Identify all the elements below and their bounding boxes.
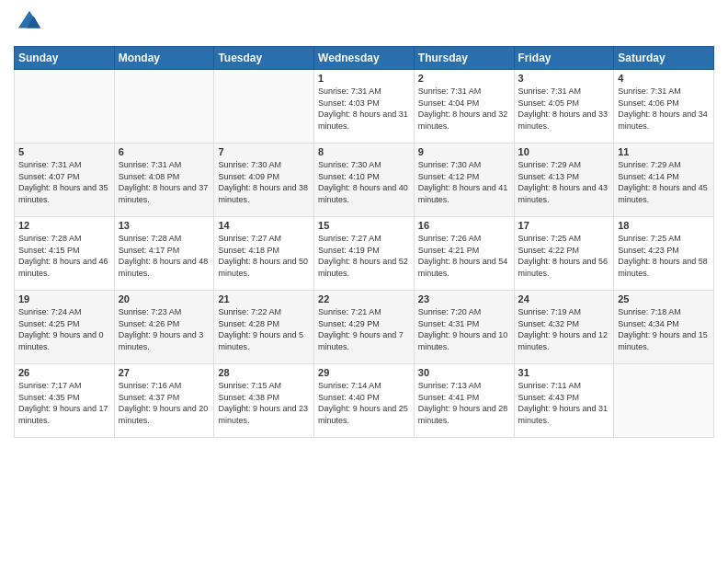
- weekday-header-tuesday: Tuesday: [214, 47, 314, 70]
- day-info: Sunrise: 7:15 AM Sunset: 4:38 PM Dayligh…: [218, 380, 310, 426]
- weekday-header-thursday: Thursday: [414, 47, 514, 70]
- calendar-cell: 4Sunrise: 7:31 AM Sunset: 4:06 PM Daylig…: [614, 70, 714, 144]
- day-info: Sunrise: 7:31 AM Sunset: 4:03 PM Dayligh…: [318, 86, 410, 132]
- day-number: 12: [18, 220, 110, 231]
- calendar-cell: 20Sunrise: 7:23 AM Sunset: 4:26 PM Dayli…: [114, 291, 214, 364]
- calendar-cell: 13Sunrise: 7:28 AM Sunset: 4:17 PM Dayli…: [114, 217, 214, 291]
- day-number: 7: [218, 146, 310, 157]
- weekday-header-saturday: Saturday: [614, 47, 714, 70]
- calendar-cell: 2Sunrise: 7:31 AM Sunset: 4:04 PM Daylig…: [414, 70, 514, 144]
- calendar-cell: [15, 70, 115, 144]
- day-number: 1: [318, 73, 410, 84]
- calendar-cell: 29Sunrise: 7:14 AM Sunset: 4:40 PM Dayli…: [314, 364, 415, 438]
- calendar-week-5: 26Sunrise: 7:17 AM Sunset: 4:35 PM Dayli…: [15, 364, 714, 438]
- calendar-cell: 24Sunrise: 7:19 AM Sunset: 4:32 PM Dayli…: [514, 291, 614, 364]
- day-info: Sunrise: 7:14 AM Sunset: 4:40 PM Dayligh…: [318, 380, 410, 426]
- day-number: 4: [618, 73, 710, 84]
- day-info: Sunrise: 7:24 AM Sunset: 4:25 PM Dayligh…: [18, 306, 110, 352]
- calendar-week-1: 1Sunrise: 7:31 AM Sunset: 4:03 PM Daylig…: [15, 70, 714, 144]
- day-info: Sunrise: 7:23 AM Sunset: 4:26 PM Dayligh…: [119, 306, 210, 352]
- day-info: Sunrise: 7:18 AM Sunset: 4:34 PM Dayligh…: [618, 306, 710, 352]
- day-number: 13: [119, 220, 210, 231]
- day-number: 20: [119, 293, 210, 304]
- day-info: Sunrise: 7:31 AM Sunset: 4:08 PM Dayligh…: [119, 159, 210, 205]
- day-info: Sunrise: 7:30 AM Sunset: 4:12 PM Dayligh…: [418, 159, 510, 205]
- day-number: 15: [318, 220, 410, 231]
- day-number: 9: [418, 146, 510, 157]
- day-number: 25: [618, 293, 710, 304]
- day-info: Sunrise: 7:13 AM Sunset: 4:41 PM Dayligh…: [418, 380, 510, 426]
- day-number: 6: [119, 146, 210, 157]
- day-info: Sunrise: 7:16 AM Sunset: 4:37 PM Dayligh…: [119, 380, 210, 426]
- day-number: 31: [518, 367, 610, 378]
- day-number: 22: [318, 293, 410, 304]
- calendar-cell: 8Sunrise: 7:30 AM Sunset: 4:10 PM Daylig…: [314, 144, 415, 217]
- day-info: Sunrise: 7:22 AM Sunset: 4:28 PM Dayligh…: [218, 306, 310, 352]
- calendar-header: SundayMondayTuesdayWednesdayThursdayFrid…: [15, 47, 714, 70]
- day-info: Sunrise: 7:27 AM Sunset: 4:18 PM Dayligh…: [218, 233, 310, 279]
- calendar-cell: 30Sunrise: 7:13 AM Sunset: 4:41 PM Dayli…: [414, 364, 514, 438]
- calendar-cell: 15Sunrise: 7:27 AM Sunset: 4:19 PM Dayli…: [314, 217, 415, 291]
- calendar-cell: 26Sunrise: 7:17 AM Sunset: 4:35 PM Dayli…: [15, 364, 115, 438]
- calendar-cell: 5Sunrise: 7:31 AM Sunset: 4:07 PM Daylig…: [15, 144, 115, 217]
- calendar-cell: 1Sunrise: 7:31 AM Sunset: 4:03 PM Daylig…: [314, 70, 415, 144]
- calendar-cell: [214, 70, 314, 144]
- calendar-cell: 19Sunrise: 7:24 AM Sunset: 4:25 PM Dayli…: [15, 291, 115, 364]
- weekday-header-wednesday: Wednesday: [314, 47, 415, 70]
- day-number: 10: [518, 146, 610, 157]
- day-number: 3: [518, 73, 610, 84]
- calendar-cell: 27Sunrise: 7:16 AM Sunset: 4:37 PM Dayli…: [114, 364, 214, 438]
- calendar-cell: 23Sunrise: 7:20 AM Sunset: 4:31 PM Dayli…: [414, 291, 514, 364]
- day-info: Sunrise: 7:31 AM Sunset: 4:04 PM Dayligh…: [418, 86, 510, 132]
- logo-icon: [17, 9, 42, 35]
- weekday-header-sunday: Sunday: [15, 47, 115, 70]
- calendar-cell: 17Sunrise: 7:25 AM Sunset: 4:22 PM Dayli…: [514, 217, 614, 291]
- calendar-cell: [614, 364, 714, 438]
- day-number: 23: [418, 293, 510, 304]
- day-number: 29: [318, 367, 410, 378]
- day-info: Sunrise: 7:20 AM Sunset: 4:31 PM Dayligh…: [418, 306, 510, 352]
- day-number: 8: [318, 146, 410, 157]
- weekday-header-row: SundayMondayTuesdayWednesdayThursdayFrid…: [15, 47, 714, 70]
- day-info: Sunrise: 7:19 AM Sunset: 4:32 PM Dayligh…: [518, 306, 610, 352]
- calendar-cell: 7Sunrise: 7:30 AM Sunset: 4:09 PM Daylig…: [214, 144, 314, 217]
- calendar-cell: 22Sunrise: 7:21 AM Sunset: 4:29 PM Dayli…: [314, 291, 415, 364]
- calendar-table: SundayMondayTuesdayWednesdayThursdayFrid…: [14, 46, 714, 438]
- day-info: Sunrise: 7:29 AM Sunset: 4:13 PM Dayligh…: [518, 159, 610, 205]
- calendar-week-4: 19Sunrise: 7:24 AM Sunset: 4:25 PM Dayli…: [15, 291, 714, 364]
- calendar-cell: 11Sunrise: 7:29 AM Sunset: 4:14 PM Dayli…: [614, 144, 714, 217]
- weekday-header-friday: Friday: [514, 47, 614, 70]
- calendar-cell: 10Sunrise: 7:29 AM Sunset: 4:13 PM Dayli…: [514, 144, 614, 217]
- day-number: 30: [418, 367, 510, 378]
- day-number: 14: [218, 220, 310, 231]
- day-number: 2: [418, 73, 510, 84]
- calendar-week-2: 5Sunrise: 7:31 AM Sunset: 4:07 PM Daylig…: [15, 144, 714, 217]
- calendar-cell: 16Sunrise: 7:26 AM Sunset: 4:21 PM Dayli…: [414, 217, 514, 291]
- page-container: SundayMondayTuesdayWednesdayThursdayFrid…: [0, 0, 728, 442]
- day-number: 11: [618, 146, 710, 157]
- calendar-cell: 9Sunrise: 7:30 AM Sunset: 4:12 PM Daylig…: [414, 144, 514, 217]
- day-number: 21: [218, 293, 310, 304]
- calendar-cell: 25Sunrise: 7:18 AM Sunset: 4:34 PM Dayli…: [614, 291, 714, 364]
- calendar-cell: 6Sunrise: 7:31 AM Sunset: 4:08 PM Daylig…: [114, 144, 214, 217]
- calendar-cell: 12Sunrise: 7:28 AM Sunset: 4:15 PM Dayli…: [15, 217, 115, 291]
- day-info: Sunrise: 7:31 AM Sunset: 4:07 PM Dayligh…: [18, 159, 110, 205]
- day-number: 26: [18, 367, 110, 378]
- day-info: Sunrise: 7:11 AM Sunset: 4:43 PM Dayligh…: [518, 380, 610, 426]
- day-info: Sunrise: 7:27 AM Sunset: 4:19 PM Dayligh…: [318, 233, 410, 279]
- calendar-cell: 3Sunrise: 7:31 AM Sunset: 4:05 PM Daylig…: [514, 70, 614, 144]
- day-number: 19: [18, 293, 110, 304]
- day-number: 5: [18, 146, 110, 157]
- day-info: Sunrise: 7:29 AM Sunset: 4:14 PM Dayligh…: [618, 159, 710, 205]
- day-info: Sunrise: 7:31 AM Sunset: 4:05 PM Dayligh…: [518, 86, 610, 132]
- day-info: Sunrise: 7:25 AM Sunset: 4:23 PM Dayligh…: [618, 233, 710, 279]
- day-info: Sunrise: 7:28 AM Sunset: 4:15 PM Dayligh…: [18, 233, 110, 279]
- day-info: Sunrise: 7:21 AM Sunset: 4:29 PM Dayligh…: [318, 306, 410, 352]
- day-info: Sunrise: 7:30 AM Sunset: 4:10 PM Dayligh…: [318, 159, 410, 205]
- header: [14, 9, 714, 39]
- calendar-cell: [114, 70, 214, 144]
- weekday-header-monday: Monday: [114, 47, 214, 70]
- logo: [14, 9, 42, 39]
- calendar-cell: 21Sunrise: 7:22 AM Sunset: 4:28 PM Dayli…: [214, 291, 314, 364]
- calendar-cell: 31Sunrise: 7:11 AM Sunset: 4:43 PM Dayli…: [514, 364, 614, 438]
